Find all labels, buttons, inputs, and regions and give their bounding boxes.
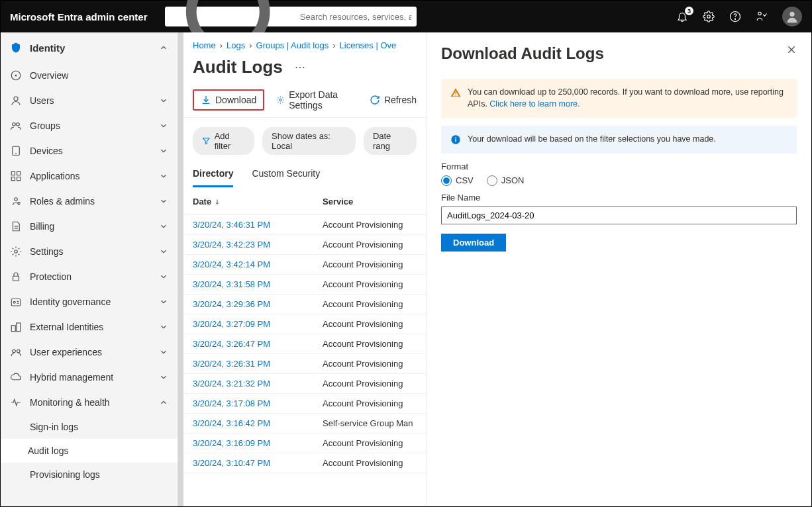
- info-banner: Your download will be based on the filte…: [441, 126, 797, 154]
- sidebar-subitem-provisioning-logs[interactable]: Provisioning logs: [1, 463, 178, 486]
- close-icon[interactable]: [786, 44, 797, 55]
- chevron-down-icon: [159, 322, 168, 332]
- row-date-link[interactable]: 3/20/24, 3:31:58 PM: [193, 279, 323, 289]
- sidebar-item-devices[interactable]: Devices: [1, 138, 178, 163]
- gear-icon: [276, 95, 285, 105]
- sidebar-subitem-sign-in-logs[interactable]: Sign-in logs: [1, 415, 178, 439]
- sidebar-item-protection[interactable]: Protection: [1, 264, 178, 289]
- row-date-link[interactable]: 3/20/24, 3:26:47 PM: [193, 339, 323, 349]
- row-date-link[interactable]: 3/20/24, 3:21:32 PM: [193, 379, 323, 389]
- table-row[interactable]: 3/20/24, 3:46:31 PMAccount Provisioning: [183, 215, 426, 235]
- row-date-link[interactable]: 3/20/24, 3:16:42 PM: [193, 418, 323, 428]
- learn-more-link[interactable]: Click here to learn more.: [489, 99, 580, 109]
- row-date-link[interactable]: 3/20/24, 3:10:47 PM: [193, 458, 323, 468]
- breadcrumb-link[interactable]: Groups | Audit logs: [256, 40, 329, 50]
- format-json-radio[interactable]: JSON: [487, 175, 525, 186]
- sidebar-item-roles-admins[interactable]: Roles & admins: [1, 189, 178, 214]
- tab-custom-security[interactable]: Custom Security: [252, 164, 320, 187]
- breadcrumb-link[interactable]: Home: [193, 40, 216, 50]
- row-date-link[interactable]: 3/20/24, 3:27:09 PM: [193, 319, 323, 329]
- export-settings-button[interactable]: Export Data Settings: [276, 89, 358, 111]
- format-csv-radio[interactable]: CSV: [441, 175, 474, 186]
- svg-marker-34: [203, 138, 210, 144]
- svg-point-5: [758, 12, 762, 15]
- chevron-down-icon: [159, 197, 168, 206]
- add-filter-button[interactable]: Add filter: [193, 127, 254, 155]
- column-header-date[interactable]: Date: [193, 197, 323, 207]
- sidebar-item-groups[interactable]: Groups: [1, 113, 178, 138]
- table-row[interactable]: 3/20/24, 3:42:14 PMAccount Provisioning: [183, 255, 426, 275]
- table-row[interactable]: 3/20/24, 3:16:09 PMAccount Provisioning: [183, 434, 426, 453]
- sidebar-item-identity-governance[interactable]: Identity governance: [1, 289, 178, 314]
- refresh-button[interactable]: Refresh: [370, 95, 417, 105]
- download-submit-button[interactable]: Download: [441, 234, 506, 252]
- sidebar-icon: [10, 69, 22, 81]
- sidebar-item-hybrid-management[interactable]: Hybrid management: [1, 365, 178, 390]
- breadcrumb-separator: ›: [249, 40, 252, 50]
- svg-point-2: [707, 15, 711, 19]
- row-date-link[interactable]: 3/20/24, 3:16:09 PM: [193, 438, 323, 448]
- table-row[interactable]: 3/20/24, 3:17:08 PMAccount Provisioning: [183, 394, 426, 414]
- sidebar-section-identity[interactable]: Identity: [1, 32, 178, 63]
- column-header-service[interactable]: Service: [323, 197, 417, 207]
- download-button[interactable]: Download: [193, 89, 264, 111]
- info-icon: [450, 134, 461, 145]
- table-row[interactable]: 3/20/24, 3:16:42 PMSelf-service Group Ma…: [183, 414, 426, 434]
- sidebar-item-users[interactable]: Users: [1, 88, 178, 113]
- chevron-up-icon: [159, 398, 168, 407]
- sidebar-item-settings[interactable]: Settings: [1, 239, 178, 264]
- sidebar-item-monitoring-health[interactable]: Monitoring & health: [1, 390, 178, 415]
- global-search[interactable]: [165, 7, 417, 26]
- row-date-link[interactable]: 3/20/24, 3:17:08 PM: [193, 398, 323, 408]
- sidebar-icon: [10, 396, 22, 408]
- table-row[interactable]: 3/20/24, 3:27:09 PMAccount Provisioning: [183, 314, 426, 334]
- row-service: Account Provisioning: [323, 398, 417, 408]
- row-service: Account Provisioning: [323, 299, 417, 309]
- breadcrumb-separator: ›: [332, 40, 335, 50]
- search-input[interactable]: [296, 12, 411, 22]
- row-date-link[interactable]: 3/20/24, 3:42:23 PM: [193, 240, 323, 250]
- table-row[interactable]: 3/20/24, 3:42:23 PMAccount Provisioning: [183, 235, 426, 255]
- brand-title: Microsoft Entra admin center: [10, 11, 148, 23]
- more-actions-icon[interactable]: ⋯: [295, 61, 305, 83]
- row-date-link[interactable]: 3/20/24, 3:42:14 PM: [193, 259, 323, 269]
- svg-point-31: [17, 349, 21, 353]
- breadcrumb-link[interactable]: Logs: [227, 40, 245, 50]
- svg-point-33: [279, 99, 281, 101]
- help-icon[interactable]: [729, 11, 741, 23]
- sidebar-subitem-audit-logs[interactable]: Audit logs: [1, 439, 178, 463]
- table-row[interactable]: 3/20/24, 3:26:31 PMAccount Provisioning: [183, 354, 426, 374]
- sidebar-icon: [10, 145, 22, 157]
- date-display-filter[interactable]: Show dates as: Local: [262, 127, 356, 155]
- settings-icon[interactable]: [703, 11, 715, 23]
- sidebar-item-applications[interactable]: Applications: [1, 163, 178, 189]
- filter-icon: [202, 136, 211, 146]
- refresh-icon: [370, 95, 380, 105]
- table-row[interactable]: 3/20/24, 3:29:36 PMAccount Provisioning: [183, 295, 426, 314]
- sidebar-item-external-identities[interactable]: External Identities: [1, 314, 178, 340]
- svg-point-11: [17, 123, 20, 126]
- date-range-filter[interactable]: Date rang: [364, 127, 417, 155]
- sidebar-item-user-experiences[interactable]: User experiences: [1, 340, 178, 365]
- breadcrumb-link[interactable]: Licenses | Ove: [340, 40, 397, 50]
- row-date-link[interactable]: 3/20/24, 3:46:31 PM: [193, 220, 323, 230]
- svg-rect-15: [17, 171, 21, 175]
- sidebar-item-overview[interactable]: Overview: [1, 63, 178, 88]
- sidebar-icon: [10, 220, 22, 232]
- sidebar-icon: [10, 271, 22, 283]
- filename-input[interactable]: [441, 207, 797, 224]
- chevron-down-icon: [159, 121, 168, 130]
- table-row[interactable]: 3/20/24, 3:26:47 PMAccount Provisioning: [183, 334, 426, 354]
- table-row[interactable]: 3/20/24, 3:21:32 PMAccount Provisioning: [183, 374, 426, 394]
- sidebar-item-billing[interactable]: Billing: [1, 214, 178, 239]
- table-row[interactable]: 3/20/24, 3:10:47 PMAccount Provisioning: [183, 453, 426, 473]
- chevron-down-icon: [159, 297, 168, 306]
- feedback-icon[interactable]: [756, 11, 768, 23]
- tab-directory[interactable]: Directory: [193, 164, 233, 187]
- row-service: Account Provisioning: [323, 458, 417, 468]
- avatar[interactable]: [782, 7, 802, 26]
- row-date-link[interactable]: 3/20/24, 3:26:31 PM: [193, 359, 323, 369]
- notifications-icon[interactable]: 3: [676, 11, 688, 23]
- row-date-link[interactable]: 3/20/24, 3:29:36 PM: [193, 299, 323, 309]
- table-row[interactable]: 3/20/24, 3:31:58 PMAccount Provisioning: [183, 275, 426, 295]
